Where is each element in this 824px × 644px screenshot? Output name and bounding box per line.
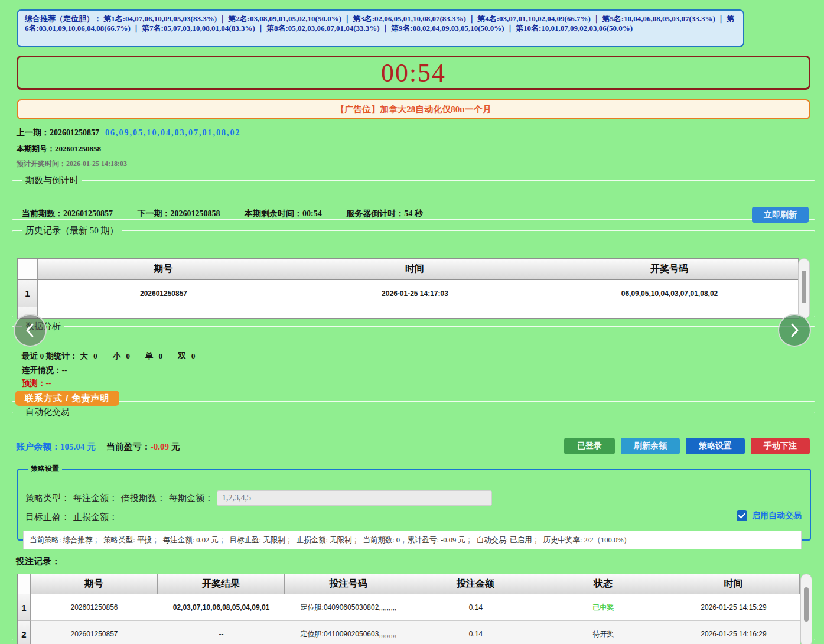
streak-line: 连开情况：-- <box>22 365 67 376</box>
stat-big: 大0 <box>80 352 97 360</box>
prev-draw-label: 上一期： <box>17 128 50 137</box>
history-cell-time[interactable]: 2026-01-25 14:16:03 <box>289 307 540 319</box>
bets-col-header-status: 状态 <box>539 574 667 594</box>
bets-corner-cell <box>18 574 31 594</box>
bets-cell-status[interactable]: 已中奖 <box>539 594 667 621</box>
recommendation-text: 综合推荐（定位胆）： 第1名:04,07,06,10,09,05,03(83.3… <box>25 14 734 32</box>
draw-info-block: 上一期：20260125085706,09,05,10,04,03,07,01,… <box>17 128 241 169</box>
bets-cell-amount[interactable]: 0.14 <box>412 594 539 621</box>
history-cell-issue[interactable]: 202601250857 <box>38 280 289 307</box>
account-balance-value: 105.04 元 <box>60 442 96 451</box>
history-corner-cell <box>18 259 38 280</box>
bets-scrollbar-thumb[interactable] <box>804 587 809 622</box>
strategy-type-label: 策略类型： <box>25 493 70 504</box>
per-period-amount-label: 每期金额： <box>169 493 213 504</box>
bets-col-header-time: 时间 <box>667 574 800 594</box>
strategy-status-text: 当前策略: 综合推荐； 策略类型: 平投； 每注金额: 0.02 元； 目标止盈… <box>30 535 631 545</box>
streak-value: -- <box>62 366 67 375</box>
bets-row-index: 1 <box>18 594 31 621</box>
expected-time-value: 2026-01-25 14:18:03 <box>66 160 127 168</box>
pnl-label: 当前盈亏： <box>106 442 151 451</box>
pnl-unit: 元 <box>171 442 180 451</box>
prediction-line: 预测：-- <box>22 378 51 389</box>
remaining-time-stat: 本期剩余时间：00:54 <box>245 209 322 218</box>
recent-stats-label: 最近 0 期统计： <box>22 352 78 360</box>
current-issue-label: 本期期号： <box>17 144 55 153</box>
bets-col-header-amount: 投注金额 <box>412 574 539 594</box>
bets-table-scrollbar[interactable] <box>800 574 812 644</box>
bets-cell-time[interactable]: 2026-01-25 14:15:29 <box>667 594 800 621</box>
account-balance-label: 账户余额： <box>16 442 60 451</box>
stat-even: 双0 <box>178 352 195 360</box>
history-panel-legend: 历史记录（最新 50 期） <box>22 225 122 236</box>
next-period-stat: 下一期：202601250858 <box>138 209 220 218</box>
countdown-stats-line: 当前期数：202601250857 下一期：202601250858 本期剩余时… <box>22 209 445 219</box>
history-table-scrollbar[interactable] <box>798 258 810 319</box>
history-col-header-numbers: 开奖号码 <box>540 259 799 280</box>
refresh-balance-button[interactable]: 刷新余额 <box>621 438 680 454</box>
strategy-line-1: 策略类型： 每注金额： 倍投期数： 每期金额： <box>25 490 492 506</box>
ad-banner[interactable]: 【广告位】加拿大28自动化仅80u一个月 <box>17 99 810 119</box>
per-bet-amount-label: 每注金额： <box>73 493 118 504</box>
bets-cell-issue[interactable]: 202601250856 <box>31 594 158 621</box>
bets-row-index: 2 <box>18 621 31 644</box>
trading-panel: 自动化交易 账户余额：105.04 元 当前盈亏：-0.09 元 已登录 刷新余… <box>12 406 815 640</box>
bets-cell-result[interactable]: -- <box>158 621 285 644</box>
bets-cell-time[interactable]: 2026-01-25 14:16:29 <box>667 621 800 644</box>
prev-draw-issue: 202601250857 <box>50 128 99 137</box>
bets-cell-status[interactable]: 待开奖 <box>539 621 667 644</box>
refresh-now-button[interactable]: 立即刷新 <box>752 207 809 223</box>
ad-banner-text: 【广告位】加拿大28自动化仅80u一个月 <box>336 104 491 115</box>
prediction-label: 预测： <box>22 379 46 388</box>
bets-cell-amount[interactable]: 0.14 <box>412 621 539 644</box>
history-scrollbar-thumb[interactable] <box>802 271 806 303</box>
history-cell-numbers[interactable]: 02,03,07,10,06,08,05,04,09,01 <box>540 307 799 319</box>
history-col-header-time: 时间 <box>289 259 540 280</box>
trading-buttons-row: 已登录 刷新余额 策略设置 手动下注 <box>564 438 810 454</box>
strategy-settings-panel: 策略设置 策略类型： 每注金额： 倍投期数： 每期金额： 目标止盈： 止损金额：… <box>17 464 811 541</box>
auto-trade-checkbox[interactable] <box>737 510 747 521</box>
login-status-button[interactable]: 已登录 <box>564 438 615 454</box>
history-row-index: 1 <box>18 280 38 307</box>
strategy-settings-button[interactable]: 策略设置 <box>686 438 745 454</box>
recent-stats-line: 最近 0 期统计：大0小0单0双0 <box>22 351 196 362</box>
auto-trade-toggle-row: 启用自动交易 <box>737 510 802 521</box>
bets-col-header-numbers: 投注号码 <box>285 574 412 594</box>
history-panel: 历史记录（最新 50 期） 期号 时间 开奖号码 1 202601250857 … <box>12 225 815 317</box>
prev-draw-numbers: 06,09,05,10,04,03,07,01,08,02 <box>105 128 241 137</box>
contact-disclaimer-button[interactable]: 联系方式 / 免责声明 <box>15 391 119 406</box>
pnl-value: -0.09 <box>151 442 169 451</box>
expected-time-line: 预计开奖时间：2026-01-25 14:18:03 <box>17 159 241 169</box>
bets-cell-result[interactable]: 02,03,07,10,06,08,05,04,09,01 <box>158 594 285 621</box>
countdown-panel-legend: 期数与倒计时 <box>22 175 82 186</box>
history-cell-issue[interactable]: 202601250856 <box>38 307 289 319</box>
per-period-amount-input[interactable] <box>217 490 492 506</box>
carousel-prev-button[interactable] <box>14 314 47 347</box>
bets-col-header-result: 开奖结果 <box>158 574 285 594</box>
history-table: 期号 时间 开奖号码 1 202601250857 2026-01-25 14:… <box>17 258 799 319</box>
bets-table: 期号 开奖结果 投注号码 投注金额 状态 时间 1 202601250856 0… <box>17 574 800 644</box>
stop-loss-label: 止损金额： <box>73 512 118 523</box>
bets-col-header-issue: 期号 <box>31 574 158 594</box>
carousel-next-button[interactable] <box>778 314 811 347</box>
trading-panel-legend: 自动化交易 <box>22 406 73 418</box>
chevron-right-icon <box>789 323 800 338</box>
strategy-panel-legend: 策略设置 <box>28 464 62 474</box>
history-col-header-issue: 期号 <box>38 259 289 280</box>
history-cell-numbers[interactable]: 06,09,05,10,04,03,07,01,08,02 <box>540 280 799 307</box>
current-period-stat: 当前期数：202601250857 <box>22 209 113 218</box>
bets-cell-numbers[interactable]: 定位胆:04090605030802,,,,,,,,, <box>285 594 412 621</box>
stat-odd: 单0 <box>145 352 162 360</box>
bets-cell-issue[interactable]: 202601250857 <box>31 621 158 644</box>
server-countdown-stat: 服务器倒计时：54 秒 <box>346 209 423 218</box>
strategy-status-bar: 当前策略: 综合推荐； 策略类型: 平投； 每注金额: 0.02 元； 目标止盈… <box>23 531 802 549</box>
countdown-timer-value: 00:54 <box>381 58 446 88</box>
manual-bet-button[interactable]: 手动下注 <box>751 438 810 454</box>
multiplier-periods-label: 倍投期数： <box>121 493 165 504</box>
strategy-line-2: 目标止盈： 止损金额： <box>25 512 121 523</box>
history-cell-time[interactable]: 2026-01-25 14:17:03 <box>289 280 540 307</box>
current-issue-line: 本期期号：202601250858 <box>17 144 241 154</box>
stat-small: 小0 <box>113 352 130 360</box>
bets-cell-numbers[interactable]: 定位胆:04100902050603,,,,,,,,, <box>285 621 412 644</box>
prediction-value: -- <box>46 379 51 388</box>
